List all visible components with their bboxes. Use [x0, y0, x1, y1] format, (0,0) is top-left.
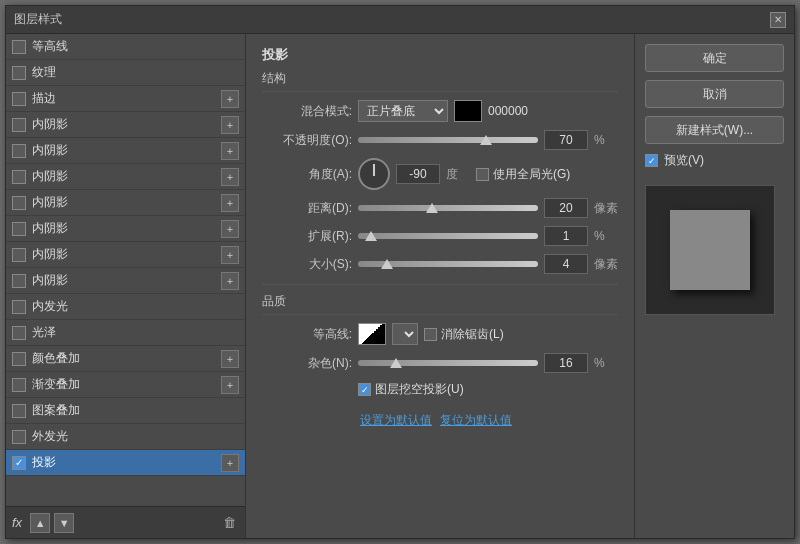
contour-thumb[interactable]	[358, 323, 386, 345]
bottom-buttons: 设置为默认值 复位为默认值	[262, 410, 618, 431]
layer-add-btn-inner-shadow-5[interactable]: +	[221, 220, 239, 238]
angle-unit: 度	[446, 166, 470, 183]
layer-item-inner-shadow-1[interactable]: 内阴影+	[6, 112, 245, 138]
section-title: 投影	[262, 46, 618, 64]
contour-dropdown[interactable]	[392, 323, 418, 345]
delete-button[interactable]: 🗑	[219, 513, 239, 533]
layer-item-grain[interactable]: 纹理	[6, 60, 245, 86]
layer-add-btn-inner-shadow-1[interactable]: +	[221, 116, 239, 134]
layer-add-btn-inner-shadow-2[interactable]: +	[221, 142, 239, 160]
layer-add-btn-inner-shadow-4[interactable]: +	[221, 194, 239, 212]
noise-label: 杂色(N):	[262, 355, 352, 372]
layer-add-btn-stroke[interactable]: +	[221, 90, 239, 108]
layer-checkbox-inner-shadow-3[interactable]	[12, 170, 26, 184]
layer-checkbox-inner-shadow-5[interactable]	[12, 222, 26, 236]
layer-add-btn-color-overlay[interactable]: +	[221, 350, 239, 368]
layer-add-btn-inner-shadow-6[interactable]: +	[221, 246, 239, 264]
angle-label: 角度(A):	[262, 166, 352, 183]
noise-input[interactable]	[544, 353, 588, 373]
left-panel: 等高线纹理描边+内阴影+内阴影+内阴影+内阴影+内阴影+内阴影+内阴影+内发光光…	[6, 34, 246, 538]
layer-label-inner-shadow-1: 内阴影	[32, 116, 221, 133]
blend-mode-select[interactable]: 正片叠底	[358, 100, 448, 122]
angle-row: 角度(A): 度 使用全局光(G)	[262, 158, 618, 190]
layer-label-grain: 纹理	[32, 64, 239, 81]
reset-default-button[interactable]: 复位为默认值	[440, 410, 512, 431]
blend-mode-row: 混合模式: 正片叠底 000000	[262, 100, 618, 122]
layer-checkbox-inner-glow[interactable]	[12, 300, 26, 314]
distance-slider-container	[358, 205, 538, 211]
preview-checkbox[interactable]: ✓	[645, 154, 658, 167]
angle-input[interactable]	[396, 164, 440, 184]
layer-checkbox-inner-shadow-1[interactable]	[12, 118, 26, 132]
distance-slider[interactable]	[358, 205, 538, 211]
angle-dial[interactable]	[358, 158, 390, 190]
layer-item-pattern-overlay[interactable]: 图案叠加	[6, 398, 245, 424]
noise-slider-container	[358, 360, 538, 366]
preview-row: ✓ 预览(V)	[645, 152, 784, 169]
layer-knockout-checkbox[interactable]: ✓	[358, 383, 371, 396]
preview-label: 预览(V)	[664, 152, 704, 169]
layer-checkbox-stroke[interactable]	[12, 92, 26, 106]
new-style-button[interactable]: 新建样式(W)...	[645, 116, 784, 144]
layer-checkbox-outer-glow[interactable]	[12, 430, 26, 444]
layer-item-inner-glow[interactable]: 内发光	[6, 294, 245, 320]
ok-button[interactable]: 确定	[645, 44, 784, 72]
layer-checkbox-equalization[interactable]	[12, 40, 26, 54]
layer-style-dialog: 图层样式 ✕ 等高线纹理描边+内阴影+内阴影+内阴影+内阴影+内阴影+内阴影+内…	[5, 5, 795, 539]
move-down-button[interactable]: ▼	[54, 513, 74, 533]
layer-item-color-overlay[interactable]: 颜色叠加+	[6, 346, 245, 372]
layer-item-equalization[interactable]: 等高线	[6, 34, 245, 60]
layer-checkbox-inner-shadow-6[interactable]	[12, 248, 26, 262]
size-slider[interactable]	[358, 261, 538, 267]
layer-add-btn-inner-shadow-7[interactable]: +	[221, 272, 239, 290]
blend-color-swatch[interactable]	[454, 100, 482, 122]
layer-add-btn-gradient-overlay[interactable]: +	[221, 376, 239, 394]
opacity-slider[interactable]	[358, 137, 538, 143]
global-light-checkbox[interactable]	[476, 168, 489, 181]
layer-item-inner-shadow-4[interactable]: 内阴影+	[6, 190, 245, 216]
layer-checkbox-inner-shadow-7[interactable]	[12, 274, 26, 288]
contour-label: 等高线:	[262, 326, 352, 343]
opacity-input[interactable]	[544, 130, 588, 150]
layer-label-equalization: 等高线	[32, 38, 239, 55]
right-panel: 确定 取消 新建样式(W)... ✓ 预览(V)	[634, 34, 794, 538]
cancel-button[interactable]: 取消	[645, 80, 784, 108]
layer-add-btn-drop-shadow[interactable]: +	[221, 454, 239, 472]
layer-checkbox-color-overlay[interactable]	[12, 352, 26, 366]
layer-checkbox-drop-shadow[interactable]: ✓	[12, 456, 26, 470]
layer-item-inner-shadow-7[interactable]: 内阴影+	[6, 268, 245, 294]
size-input[interactable]	[544, 254, 588, 274]
layer-item-drop-shadow[interactable]: ✓投影+	[6, 450, 245, 476]
spread-label: 扩展(R):	[262, 228, 352, 245]
distance-row: 距离(D): 像素	[262, 198, 618, 218]
layer-item-inner-shadow-5[interactable]: 内阴影+	[6, 216, 245, 242]
layer-checkbox-grain[interactable]	[12, 66, 26, 80]
layer-checkbox-pattern-overlay[interactable]	[12, 404, 26, 418]
layer-item-inner-shadow-3[interactable]: 内阴影+	[6, 164, 245, 190]
layer-item-outer-glow[interactable]: 外发光	[6, 424, 245, 450]
layer-item-gradient-overlay[interactable]: 渐变叠加+	[6, 372, 245, 398]
set-default-button[interactable]: 设置为默认值	[360, 410, 432, 431]
opacity-label: 不透明度(O):	[262, 132, 352, 149]
layer-checkbox-inner-shadow-4[interactable]	[12, 196, 26, 210]
spread-input[interactable]	[544, 226, 588, 246]
layer-item-gloss[interactable]: 光泽	[6, 320, 245, 346]
spread-row: 扩展(R): %	[262, 226, 618, 246]
layer-checkbox-inner-shadow-2[interactable]	[12, 144, 26, 158]
layer-label-inner-shadow-3: 内阴影	[32, 168, 221, 185]
distance-input[interactable]	[544, 198, 588, 218]
move-up-button[interactable]: ▲	[30, 513, 50, 533]
layer-item-inner-shadow-2[interactable]: 内阴影+	[6, 138, 245, 164]
spread-slider[interactable]	[358, 233, 538, 239]
middle-panel: 投影 结构 混合模式: 正片叠底 000000 不透明度(O):	[246, 34, 634, 538]
layer-checkbox-gradient-overlay[interactable]	[12, 378, 26, 392]
layer-add-btn-inner-shadow-3[interactable]: +	[221, 168, 239, 186]
anti-alias-checkbox[interactable]	[424, 328, 437, 341]
close-button[interactable]: ✕	[770, 12, 786, 28]
layer-checkbox-gloss[interactable]	[12, 326, 26, 340]
layer-item-stroke[interactable]: 描边+	[6, 86, 245, 112]
layer-item-inner-shadow-6[interactable]: 内阴影+	[6, 242, 245, 268]
preview-inner	[670, 210, 750, 290]
layer-label-outer-glow: 外发光	[32, 428, 239, 445]
noise-slider[interactable]	[358, 360, 538, 366]
